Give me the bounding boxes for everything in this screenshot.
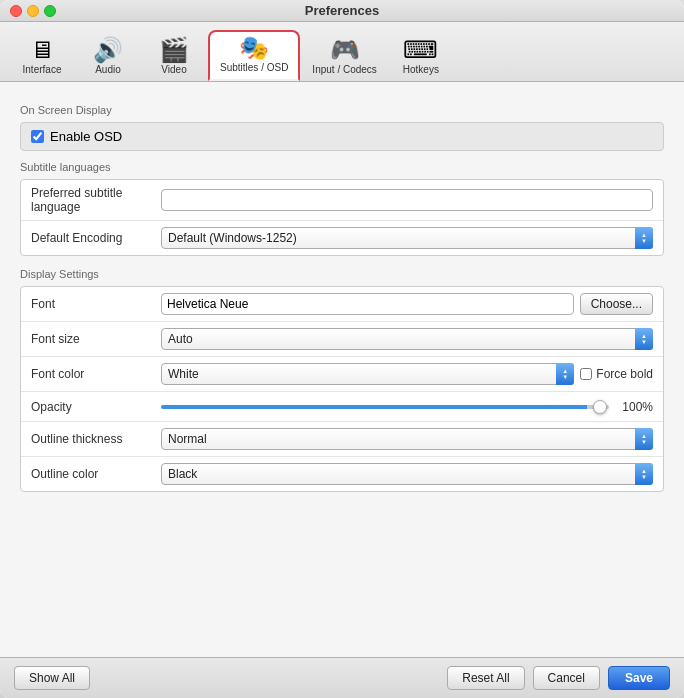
interface-label: Interface <box>23 64 62 75</box>
bottom-left: Show All <box>14 666 90 690</box>
font-color-row: Font color White Black Yellow Gray For <box>21 357 663 392</box>
font-size-select-wrap: Auto Small Medium Large <box>161 328 653 350</box>
preferences-window: Preferences 🖥 Interface 🔊 Audio 🎬 Video … <box>0 0 684 698</box>
outline-color-label: Outline color <box>31 467 161 481</box>
font-color-select[interactable]: White Black Yellow Gray <box>161 363 574 385</box>
choose-font-button[interactable]: Choose... <box>580 293 653 315</box>
hotkeys-label: Hotkeys <box>403 64 439 75</box>
font-color-label: Font color <box>31 367 161 381</box>
encoding-control: Default (Windows-1252) UTF-8 ISO-8859-1 … <box>161 227 653 249</box>
input-label: Input / Codecs <box>312 64 376 75</box>
content-area: On Screen Display Enable OSD Subtitle la… <box>0 82 684 657</box>
video-icon: 🎬 <box>159 38 189 62</box>
titlebar: Preferences <box>0 0 684 22</box>
save-button[interactable]: Save <box>608 666 670 690</box>
bottom-bar: Show All Reset All Cancel Save <box>0 657 684 698</box>
audio-label: Audio <box>95 64 121 75</box>
font-label: Font <box>31 297 161 311</box>
outline-color-control: Black White Gray Red <box>161 463 653 485</box>
enable-osd-checkbox[interactable] <box>31 130 44 143</box>
toolbar: 🖥 Interface 🔊 Audio 🎬 Video 🎭 Subtitles … <box>0 22 684 82</box>
preferred-language-label: Preferred subtitle language <box>31 186 161 214</box>
video-label: Video <box>161 64 186 75</box>
force-bold-wrap: Force bold <box>580 367 653 381</box>
cancel-button[interactable]: Cancel <box>533 666 600 690</box>
enable-osd-label: Enable OSD <box>50 129 122 144</box>
preferred-language-row: Preferred subtitle language <box>21 180 663 221</box>
font-color-control: White Black Yellow Gray Force bold <box>161 363 653 385</box>
encoding-row: Default Encoding Default (Windows-1252) … <box>21 221 663 255</box>
tab-interface[interactable]: 🖥 Interface <box>10 34 74 81</box>
outline-thickness-row: Outline thickness Normal Thin Thick None <box>21 422 663 457</box>
outline-thickness-select[interactable]: Normal Thin Thick None <box>161 428 653 450</box>
tab-subtitles[interactable]: 🎭 Subtitles / OSD <box>208 30 300 81</box>
outline-color-row: Outline color Black White Gray Red <box>21 457 663 491</box>
outline-color-select[interactable]: Black White Gray Red <box>161 463 653 485</box>
show-all-button[interactable]: Show All <box>14 666 90 690</box>
subtitle-languages-section: Preferred subtitle language Default Enco… <box>20 179 664 256</box>
interface-icon: 🖥 <box>30 38 54 62</box>
subtitle-languages-header: Subtitle languages <box>20 161 664 173</box>
preferred-language-input[interactable] <box>161 189 653 211</box>
opacity-slider-track[interactable] <box>161 405 609 409</box>
font-input[interactable] <box>161 293 574 315</box>
encoding-select[interactable]: Default (Windows-1252) UTF-8 ISO-8859-1 … <box>161 227 653 249</box>
osd-enable-row: Enable OSD <box>20 122 664 151</box>
display-settings-section: Font Choose... Font size Auto Small Medi… <box>20 286 664 492</box>
force-bold-checkbox[interactable] <box>580 368 592 380</box>
opacity-value: 100% <box>617 400 653 414</box>
osd-section-header: On Screen Display <box>20 104 664 116</box>
display-settings-header: Display Settings <box>20 268 664 280</box>
opacity-control: 100% <box>161 400 653 414</box>
reset-all-button[interactable]: Reset All <box>447 666 524 690</box>
font-row: Font Choose... <box>21 287 663 322</box>
outline-thickness-label: Outline thickness <box>31 432 161 446</box>
outline-thickness-select-wrap: Normal Thin Thick None <box>161 428 653 450</box>
encoding-select-wrap: Default (Windows-1252) UTF-8 ISO-8859-1 … <box>161 227 653 249</box>
audio-icon: 🔊 <box>93 38 123 62</box>
font-size-label: Font size <box>31 332 161 346</box>
tab-hotkeys[interactable]: ⌨ Hotkeys <box>389 34 453 81</box>
hotkeys-icon: ⌨ <box>403 38 438 62</box>
tab-input[interactable]: 🎮 Input / Codecs <box>302 34 386 81</box>
window-title: Preferences <box>305 3 379 18</box>
font-size-select[interactable]: Auto Small Medium Large <box>161 328 653 350</box>
subtitles-label: Subtitles / OSD <box>220 62 288 73</box>
tab-video[interactable]: 🎬 Video <box>142 34 206 81</box>
force-bold-label: Force bold <box>596 367 653 381</box>
traffic-lights <box>10 5 56 17</box>
minimize-button[interactable] <box>27 5 39 17</box>
font-size-row: Font size Auto Small Medium Large <box>21 322 663 357</box>
font-size-control: Auto Small Medium Large <box>161 328 653 350</box>
opacity-slider-thumb[interactable] <box>593 400 607 414</box>
font-control: Choose... <box>161 293 653 315</box>
outline-color-select-wrap: Black White Gray Red <box>161 463 653 485</box>
subtitles-icon: 🎭 <box>239 36 269 60</box>
tab-audio[interactable]: 🔊 Audio <box>76 34 140 81</box>
opacity-label: Opacity <box>31 400 161 414</box>
preferred-language-control <box>161 189 653 211</box>
input-icon: 🎮 <box>330 38 360 62</box>
encoding-label: Default Encoding <box>31 231 161 245</box>
font-color-select-wrap: White Black Yellow Gray <box>161 363 574 385</box>
maximize-button[interactable] <box>44 5 56 17</box>
opacity-row: Opacity 100% <box>21 392 663 422</box>
bottom-right: Reset All Cancel Save <box>447 666 670 690</box>
close-button[interactable] <box>10 5 22 17</box>
outline-thickness-control: Normal Thin Thick None <box>161 428 653 450</box>
